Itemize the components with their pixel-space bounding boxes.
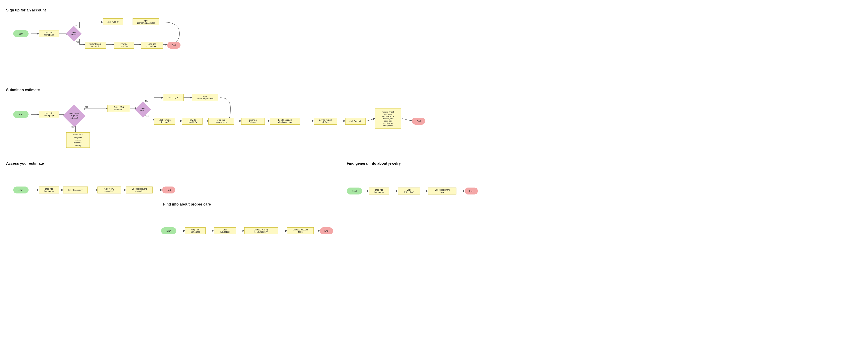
node-provideinfo: provide require info/pics [314,118,337,124]
node-clickget-2: click "Get Estimate" [241,118,265,124]
label-yes-2: Yes [85,106,88,108]
node-accountpage-1: Drop into account page [141,42,163,49]
label-no-2b: No [145,100,148,102]
section-title-access: Access your estimate [6,161,44,166]
node-start-1: Start [13,30,29,37]
node-wantestimate: Do you wantto get anestimate? [66,108,82,124]
node-clicklogin-1: click "Log in" [103,18,123,25]
node-estimatepage: drop to estimate submission page [270,118,300,124]
node-start-5: Start [161,227,177,234]
label-no-2: No [71,126,74,128]
node-newuser-2: NewUser? [137,104,149,115]
node-loginaccount: log into account [63,187,88,193]
label-yes-1: Yes [75,41,79,43]
node-createaccount-2: Click "Create Account" [154,118,176,124]
node-homepage-2: drop into homepage [39,111,59,118]
node-clicksubmit: click "submit" [345,118,366,124]
node-clickedu-5: Click "Education" [214,227,236,234]
node-createaccount-1: Click "Create Account" [85,42,106,49]
node-homepage-1: drop into homepage [39,30,59,37]
node-othernavigation: Select other navigation options [example… [66,132,90,148]
section-title-submit: Submit an estimate [6,88,40,92]
section-title-care: Find info about proper care [163,202,211,206]
node-start-2: Start [13,111,29,118]
svg-line-28 [402,118,412,121]
node-accountpage-2: Drop into account page [209,118,234,124]
node-end-4: End [465,188,478,194]
node-end-5: End [320,227,333,234]
diagram-container: Sign up for an account Submit an estimat… [0,0,868,362]
node-myestimates: Select "My estimates" [97,187,121,193]
node-thankyou: receive "thank you" msg, estimate ticket… [375,108,401,129]
node-newuser-1: NewUser? [68,28,79,39]
node-choosecaring: Choose "Caring for your jewelry" [244,227,278,234]
node-end-3: End [162,187,176,193]
label-yes-2b: Yes [145,115,149,117]
node-selectget: Select "Get Estimate" [107,105,130,112]
section-title-general: Find general info about jewelry [347,161,401,166]
node-clicklogin-2: click "Log in" [163,94,184,101]
node-choosetopic-5: Choose relevant topic [287,227,314,234]
arrows-svg [0,0,868,362]
node-inputpass-1: Input username/password [132,18,159,25]
label-no-1: No [75,25,78,27]
node-chooserelevant: Choose relevant estimate [126,187,153,193]
node-email-2: Provide email/info [182,118,203,124]
node-end-1: End [167,42,181,49]
svg-line-27 [367,118,375,121]
node-clickedu-4: Click "Education" [398,188,420,194]
node-email-1: Provide email/info [114,42,134,49]
node-choosetopic-4: Choose relevant topic [428,188,457,194]
node-start-4: Start [347,188,362,194]
node-start-3: Start [13,187,29,193]
node-inputpass-2: Input username/password [192,94,218,101]
node-homepage-4: drop into homepage [369,188,389,194]
node-end-2: End [412,118,425,124]
node-homepage-3: drop into homepage [39,187,59,193]
section-title-signup: Sign up for an account [6,8,46,12]
node-homepage-5: drop into homepage [185,227,206,234]
